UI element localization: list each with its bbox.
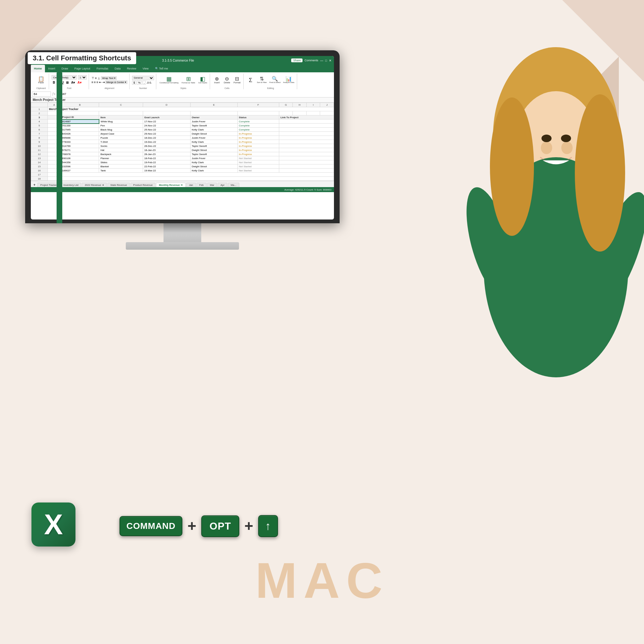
wrap-text-button[interactable]: Wrap Text ▾	[101, 76, 117, 80]
sheet-title-cell[interactable]: Merch Project Tracker	[47, 107, 334, 111]
cell-owner[interactable]: Taylor Swooft	[190, 152, 237, 156]
tab-mar[interactable]: Mar	[207, 183, 217, 187]
cell-status[interactable]: Complete	[237, 124, 279, 128]
tab-apr[interactable]: Apr	[218, 183, 227, 187]
command-key-button[interactable]: COMMAND	[119, 516, 182, 536]
share-button[interactable]: Share	[291, 58, 303, 62]
cell-project-id[interactable]: 544356	[61, 160, 99, 164]
cell-owner[interactable]: Justin Fever	[190, 156, 237, 160]
empty-cell[interactable]	[143, 111, 190, 115]
header-project-id[interactable]: Project ID	[61, 115, 99, 119]
tab-product-revenue[interactable]: Product Revenue	[130, 183, 156, 187]
cell-link[interactable]	[279, 132, 334, 136]
font-size-select[interactable]: 11	[78, 75, 87, 80]
tab-ma[interactable]: Ma...	[228, 183, 239, 187]
cell-item[interactable]: Pen	[99, 124, 143, 128]
cell-status[interactable]: Not Started	[237, 156, 279, 160]
tab-feb[interactable]: Feb	[197, 183, 207, 187]
close-icon[interactable]: ✕	[329, 59, 331, 62]
cell-link[interactable]	[279, 152, 334, 156]
col-C[interactable]: C	[99, 103, 143, 107]
cell-item[interactable]: Backpack	[99, 152, 143, 156]
cell-project-id[interactable]: 995666	[61, 136, 99, 140]
cell-link[interactable]	[279, 128, 334, 132]
header-goal-launch[interactable]: Goal Launch	[143, 115, 190, 119]
name-box[interactable]: B4	[32, 92, 51, 97]
cell-status[interactable]: In-Progress	[237, 152, 279, 156]
cell-project-id[interactable]: 317945	[61, 128, 99, 132]
cell-link[interactable]	[279, 160, 334, 164]
cell-owner[interactable]: Dwight Stroot	[190, 132, 237, 136]
formula-input[interactable]: 814687	[57, 92, 333, 96]
cell-project-id[interactable]: 701330	[61, 124, 99, 128]
maximize-icon[interactable]: □	[325, 59, 327, 62]
empty-cell[interactable]	[61, 111, 99, 115]
cell-status[interactable]: In-Progress	[237, 148, 279, 152]
cell-owner[interactable]: Kelly Clark	[190, 169, 237, 173]
font-name-select[interactable]: Calibri (Body)	[52, 75, 77, 80]
decrease-decimal-button[interactable]: 0.	[149, 81, 152, 84]
empty-cell[interactable]	[306, 111, 320, 115]
cell-link[interactable]	[279, 124, 334, 128]
tab-monthly-revenue[interactable]: Monthly Revenue ➜	[156, 183, 185, 187]
col-J[interactable]: J	[320, 103, 334, 107]
cell-item[interactable]: Black Mug	[99, 128, 143, 132]
cell-project-id[interactable]: 690106	[61, 156, 99, 160]
insert-button[interactable]: ⊕ Insert	[213, 76, 221, 84]
font-color-button[interactable]: A▾	[76, 81, 82, 85]
empty-cell[interactable]	[293, 111, 306, 115]
cell-status[interactable]: In-Progress	[237, 136, 279, 140]
tab-draw[interactable]: Draw	[58, 65, 71, 72]
align-middle-button[interactable]: ≡	[95, 76, 97, 80]
cell-project-id[interactable]: 768978	[61, 152, 99, 156]
cell-link[interactable]	[279, 148, 334, 152]
cell-project-id[interactable]: 233596	[61, 164, 99, 169]
cell-project-id[interactable]: 189027	[61, 169, 99, 173]
cell-project-id[interactable]: 814687	[61, 119, 99, 124]
cell-owner[interactable]: Taylor Swooft	[190, 124, 237, 128]
currency-button[interactable]: $	[132, 81, 136, 85]
opt-key-button[interactable]: OPT	[201, 515, 239, 537]
cell-date[interactable]: 18-Dec-22	[143, 136, 190, 140]
cell-status[interactable]: Complete	[237, 119, 279, 124]
delete-button[interactable]: ⊖ Delete	[223, 76, 231, 84]
paste-button[interactable]: 📋 Paste	[37, 76, 46, 84]
col-D[interactable]: D	[143, 103, 190, 107]
cell-date[interactable]: 28-Jan-23	[143, 152, 190, 156]
cell-date[interactable]: 25-Nov-22	[143, 128, 190, 132]
align-top-button[interactable]: ⊤	[92, 76, 94, 80]
cell-date[interactable]: 29-Nov-22	[143, 132, 190, 136]
tab-tell-me[interactable]: 🔍 Tell me	[152, 65, 171, 72]
cell-date[interactable]: 22-Feb-22	[143, 164, 190, 169]
align-left-button[interactable]: ≡	[92, 81, 93, 84]
arrow-up-key-button[interactable]: ↑	[258, 515, 278, 537]
bold-button[interactable]: B	[52, 80, 56, 85]
empty-cell[interactable]	[47, 177, 334, 181]
empty-cell[interactable]	[190, 111, 237, 115]
header-link[interactable]: Link To Project	[279, 115, 334, 119]
tab-view[interactable]: View	[139, 65, 152, 72]
col-F[interactable]: F	[237, 103, 279, 107]
cell-link[interactable]	[279, 156, 334, 160]
cell-project-id[interactable]: 778333	[61, 140, 99, 144]
conditional-formatting-button[interactable]: ▦ Conditional Formatting	[159, 75, 179, 85]
empty-cell[interactable]	[99, 111, 143, 115]
col-H[interactable]: H	[293, 103, 306, 107]
cell-item[interactable]: Socks	[99, 144, 143, 148]
cell-owner[interactable]: Justin Fever	[190, 119, 237, 124]
cell-project-id[interactable]: 843426	[61, 132, 99, 136]
sort-filter-button[interactable]: ⇅ Sort & Filter	[256, 76, 268, 84]
cell-project-id[interactable]: 976271	[61, 148, 99, 152]
cell-item[interactable]: Tank	[99, 169, 143, 173]
tab-data[interactable]: Data	[112, 65, 124, 72]
percent-button[interactable]: %	[137, 81, 142, 85]
tab-review[interactable]: Review	[124, 65, 140, 72]
cell-date[interactable]: 17-Nov-22	[143, 119, 190, 124]
number-format-select[interactable]: General	[132, 76, 154, 80]
cell-link[interactable]	[279, 164, 334, 169]
tab-insert[interactable]: Insert	[45, 65, 58, 72]
cell-project-id[interactable]: 314769	[61, 144, 99, 148]
tab-page-layout[interactable]: Page Layout	[71, 65, 94, 72]
header-owner[interactable]: Owner	[190, 115, 237, 119]
cell-status[interactable]: Not Started	[237, 160, 279, 164]
